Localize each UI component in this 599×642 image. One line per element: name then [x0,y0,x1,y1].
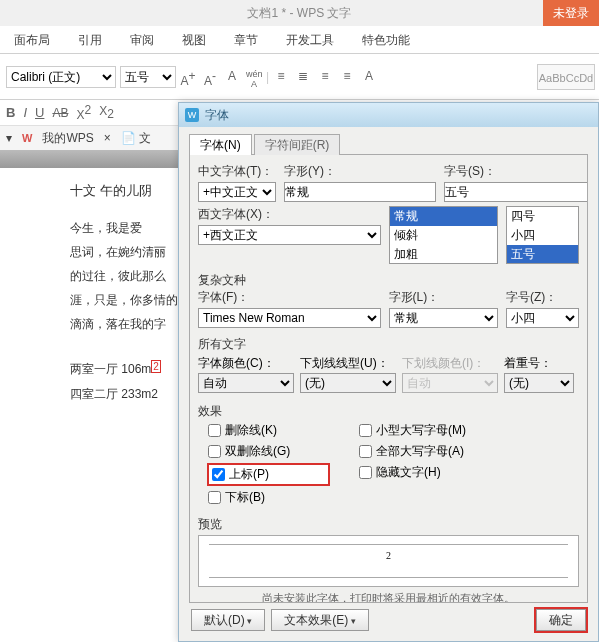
preview-note: 尚未安装此字体，打印时将采用最相近的有效字体。 [198,591,579,603]
menu-bar: 面布局 引用 审阅 视图 章节 开发工具 特色功能 [0,26,599,54]
underline-color-label: 下划线颜色(I)： [402,355,498,372]
size-listbox[interactable]: 四号 小四 五号 [506,206,579,264]
subscript-icon[interactable]: X2 [99,104,114,121]
list-item: 小四 [507,226,578,245]
font-color-label: 字体颜色(C)： [198,355,294,372]
dialog-tabs: 字体(N) 字符间距(R) [189,133,588,155]
font-color-select[interactable]: 自动 [198,373,294,393]
outdent-icon[interactable]: ≡ [339,69,355,85]
doc-tab[interactable]: 📄 文 [121,130,151,147]
bullets-icon[interactable]: ≡ [273,69,289,85]
complex-script-label: 复杂文种 [198,272,579,289]
subscript-checkbox[interactable]: 下标(B) [208,489,329,506]
western-font-label: 西文字体(X)： [198,206,381,223]
complex-size-select[interactable]: 小四 [506,308,579,328]
dialog-title: 字体 [205,107,229,124]
decrease-font-icon[interactable]: A- [202,69,218,85]
allcaps-checkbox[interactable]: 全部大写字母(A) [359,443,466,460]
highlighted-superscript: 2 [151,360,161,373]
increase-font-icon[interactable]: A+ [180,69,196,85]
close-tab-icon[interactable]: ▾ [6,131,12,145]
western-font-select[interactable]: +西文正文 [198,225,381,245]
app-title-bar: 文档1 * - WPS 文字 未登录 [0,0,599,26]
dialog-title-bar[interactable]: W 字体 [179,103,598,127]
preview-text: 2 [386,550,391,561]
style-label: 字形(Y)： [284,163,436,180]
complex-size-label: 字号(Z)： [506,289,579,306]
complex-style-label: 字形(L)： [389,289,499,306]
menu-devtools[interactable]: 开发工具 [272,26,348,54]
hidden-checkbox[interactable]: 隐藏文字(H) [359,464,466,481]
emphasis-select[interactable]: (无) [504,373,574,393]
strike-icon[interactable]: AB [52,106,68,120]
dialog-icon: W [185,108,199,122]
default-button[interactable]: 默认(D) [191,609,265,631]
chinese-font-label: 中文字体(T)： [198,163,276,180]
clear-format-icon[interactable]: A [224,69,240,85]
ribbon: Calibri (正文) 五号 A+ A- A wénA | ≡ ≣ ≡ ≡ A… [0,54,599,100]
list-item: 倾斜 [390,226,498,245]
preview-label: 预览 [198,516,579,533]
menu-layout[interactable]: 面布局 [0,26,64,54]
bold-icon[interactable]: B [6,105,15,120]
menu-references[interactable]: 引用 [64,26,116,54]
login-status[interactable]: 未登录 [543,0,599,26]
size-input[interactable] [444,182,588,202]
style-preview[interactable]: AaBbCcDd [537,64,595,90]
smallcaps-checkbox[interactable]: 小型大写字母(M) [359,422,466,439]
underline-icon[interactable]: U [35,105,44,120]
style-listbox[interactable]: 常规 倾斜 加粗 [389,206,499,264]
menu-view[interactable]: 视图 [168,26,220,54]
my-wps-tab[interactable]: 我的WPS [42,130,93,147]
tab-char-spacing[interactable]: 字符间距(R) [254,134,341,155]
italic-icon[interactable]: I [23,105,27,120]
strikethrough-checkbox[interactable]: 删除线(K) [208,422,329,439]
chinese-font-select[interactable]: +中文正文 [198,182,276,202]
font-size-select[interactable]: 五号 [120,66,176,88]
menu-review[interactable]: 审阅 [116,26,168,54]
dialog-button-row: 默认(D) 文本效果(E) 确定 [189,603,588,637]
wps-logo-icon: W [22,132,32,144]
paragraph-icons: ≡ ≣ ≡ ≡ A [273,69,377,85]
numbering-icon[interactable]: ≣ [295,69,311,85]
size-label: 字号(S)： [444,163,588,180]
tab-close-icon[interactable]: × [104,131,111,145]
font-grow-shrink: A+ A- A wénA [180,69,262,85]
superscript-checkbox[interactable]: 上标(P) [208,464,329,485]
complex-font-label: 字体(F)： [198,289,381,306]
ok-button[interactable]: 确定 [536,609,586,631]
all-text-label: 所有文字 [198,336,579,353]
list-item: 常规 [390,207,498,226]
underline-color-select[interactable]: 自动 [402,373,498,393]
indent-icon[interactable]: ≡ [317,69,333,85]
menu-chapters[interactable]: 章节 [220,26,272,54]
superscript-icon[interactable]: X2 [76,103,91,122]
font-case-icon[interactable]: A [361,69,377,85]
list-item: 五号 [507,245,578,264]
tab-font[interactable]: 字体(N) [189,134,252,155]
phonetic-icon[interactable]: wénA [246,69,262,85]
underline-style-label: 下划线线型(U)： [300,355,396,372]
emphasis-label: 着重号： [504,355,574,372]
menu-special[interactable]: 特色功能 [348,26,424,54]
style-input[interactable] [284,182,436,202]
document-title: 文档1 * - WPS 文字 [247,5,351,22]
underline-style-select[interactable]: (无) [300,373,396,393]
list-item: 四号 [507,207,578,226]
font-dialog: W 字体 字体(N) 字符间距(R) 中文字体(T)： +中文正文 字形(Y)：… [178,102,599,642]
complex-font-select[interactable]: Times New Roman [198,308,381,328]
double-strike-checkbox[interactable]: 双删除线(G) [208,443,329,460]
preview-area: 2 [198,535,579,587]
complex-style-select[interactable]: 常规 [389,308,499,328]
effects-label: 效果 [198,403,579,420]
font-family-select[interactable]: Calibri (正文) [6,66,116,88]
text-effects-button[interactable]: 文本效果(E) [271,609,369,631]
list-item: 加粗 [390,245,498,264]
